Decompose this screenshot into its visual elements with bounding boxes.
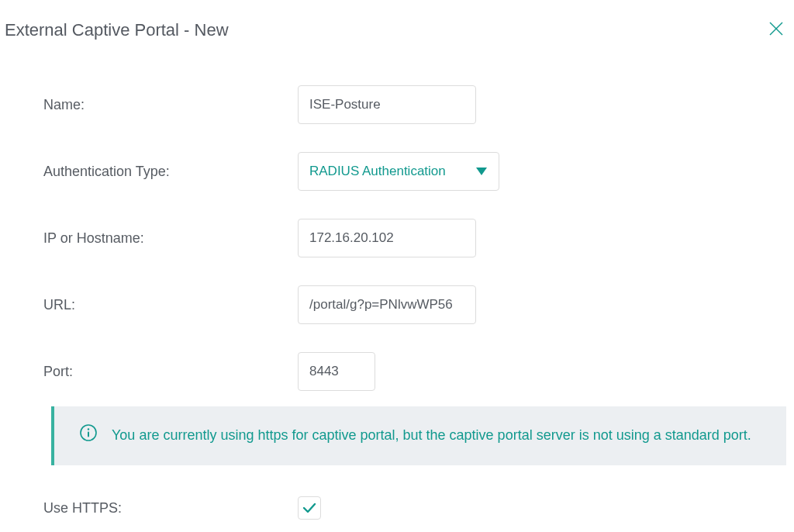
svg-rect-5 bbox=[88, 432, 89, 437]
info-icon bbox=[79, 423, 98, 442]
use-https-checkbox[interactable] bbox=[298, 496, 321, 520]
url-input[interactable] bbox=[298, 285, 476, 324]
name-input[interactable] bbox=[298, 85, 476, 124]
port-input[interactable] bbox=[298, 352, 375, 391]
chevron-down-icon bbox=[475, 167, 488, 176]
auth-type-value: RADIUS Authentication bbox=[309, 164, 446, 179]
info-message: You are currently using https for captiv… bbox=[112, 422, 751, 448]
use-https-label: Use HTTPS: bbox=[43, 500, 298, 516]
auth-type-select[interactable]: RADIUS Authentication bbox=[298, 152, 499, 191]
ip-hostname-label: IP or Hostname: bbox=[43, 230, 298, 247]
svg-marker-2 bbox=[476, 168, 487, 175]
url-label: URL: bbox=[43, 297, 298, 313]
page-title: External Captive Portal - New bbox=[5, 20, 229, 40]
name-label: Name: bbox=[43, 97, 298, 113]
auth-type-label: Authentication Type: bbox=[43, 164, 298, 180]
ip-hostname-input[interactable] bbox=[298, 219, 476, 257]
port-label: Port: bbox=[43, 364, 298, 380]
close-icon[interactable] bbox=[769, 20, 783, 39]
info-banner: You are currently using https for captiv… bbox=[51, 406, 786, 465]
svg-point-4 bbox=[88, 428, 89, 430]
